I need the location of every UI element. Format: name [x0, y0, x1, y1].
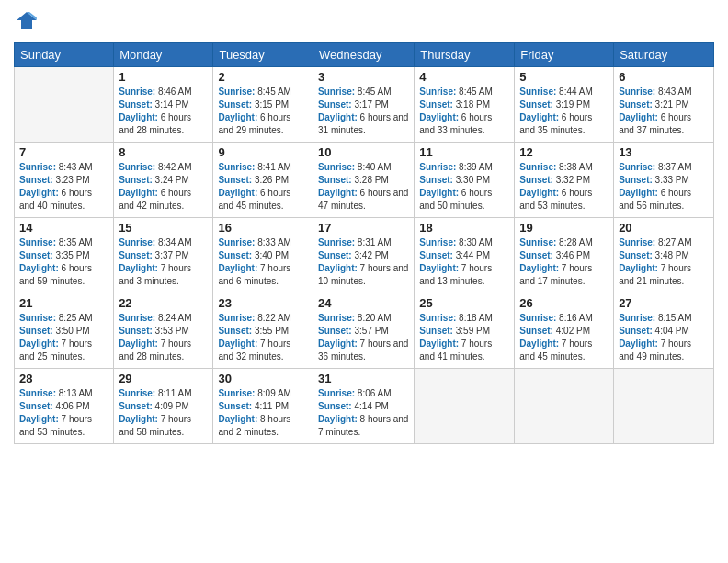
day-info: Sunrise: 8:13 AMSunset: 4:06 PMDaylight:… — [19, 387, 108, 439]
calendar-cell: 27Sunrise: 8:15 AMSunset: 4:04 PMDayligh… — [614, 293, 714, 369]
day-number: 22 — [119, 296, 208, 310]
calendar-cell: 6Sunrise: 8:43 AMSunset: 3:21 PMDaylight… — [614, 67, 714, 143]
day-info: Sunrise: 8:45 AMSunset: 3:18 PMDaylight:… — [419, 86, 509, 137]
column-header-sunday: Sunday — [15, 43, 114, 67]
week-row-3: 14Sunrise: 8:35 AMSunset: 3:35 PMDayligh… — [15, 218, 714, 293]
week-row-4: 21Sunrise: 8:25 AMSunset: 3:50 PMDayligh… — [15, 293, 714, 369]
column-header-friday: Friday — [515, 43, 614, 67]
calendar-cell: 5Sunrise: 8:44 AMSunset: 3:19 PMDaylight… — [515, 67, 614, 143]
week-row-5: 28Sunrise: 8:13 AMSunset: 4:06 PMDayligh… — [15, 369, 714, 444]
column-header-wednesday: Wednesday — [313, 43, 415, 67]
day-number: 13 — [619, 145, 709, 159]
calendar-cell: 15Sunrise: 8:34 AMSunset: 3:37 PMDayligh… — [114, 218, 213, 293]
day-number: 5 — [519, 70, 609, 84]
day-info: Sunrise: 8:34 AMSunset: 3:37 PMDaylight:… — [119, 236, 208, 288]
day-info: Sunrise: 8:24 AMSunset: 3:53 PMDaylight:… — [119, 312, 208, 363]
calendar-cell: 26Sunrise: 8:16 AMSunset: 4:02 PMDayligh… — [515, 293, 614, 369]
day-number: 24 — [318, 296, 409, 310]
week-row-2: 7Sunrise: 8:43 AMSunset: 3:23 PMDaylight… — [15, 143, 714, 218]
calendar-cell: 21Sunrise: 8:25 AMSunset: 3:50 PMDayligh… — [15, 293, 114, 369]
logo — [14, 9, 38, 35]
column-header-monday: Monday — [114, 43, 213, 67]
day-number: 20 — [619, 221, 709, 235]
day-number: 29 — [119, 372, 208, 385]
day-number: 9 — [218, 145, 308, 159]
calendar-cell: 10Sunrise: 8:40 AMSunset: 3:28 PMDayligh… — [313, 143, 415, 218]
calendar-cell: 7Sunrise: 8:43 AMSunset: 3:23 PMDaylight… — [15, 143, 114, 218]
day-number: 11 — [419, 145, 509, 159]
day-info: Sunrise: 8:30 AMSunset: 3:44 PMDaylight:… — [419, 236, 509, 288]
day-number: 16 — [218, 221, 308, 235]
calendar-cell: 19Sunrise: 8:28 AMSunset: 3:46 PMDayligh… — [515, 218, 614, 293]
calendar-cell: 4Sunrise: 8:45 AMSunset: 3:18 PMDaylight… — [415, 67, 515, 143]
calendar-cell: 22Sunrise: 8:24 AMSunset: 3:53 PMDayligh… — [114, 293, 213, 369]
day-number: 21 — [19, 296, 108, 310]
day-info: Sunrise: 8:43 AMSunset: 3:23 PMDaylight:… — [19, 161, 108, 213]
calendar-cell — [515, 369, 614, 444]
day-number: 1 — [119, 70, 208, 84]
day-info: Sunrise: 8:06 AMSunset: 4:14 PMDaylight:… — [318, 387, 409, 439]
day-number: 4 — [419, 70, 509, 84]
calendar-cell: 31Sunrise: 8:06 AMSunset: 4:14 PMDayligh… — [313, 369, 415, 444]
calendar-cell: 14Sunrise: 8:35 AMSunset: 3:35 PMDayligh… — [15, 218, 114, 293]
calendar-cell: 12Sunrise: 8:38 AMSunset: 3:32 PMDayligh… — [515, 143, 614, 218]
day-number: 18 — [419, 221, 509, 235]
day-info: Sunrise: 8:45 AMSunset: 3:17 PMDaylight:… — [318, 86, 409, 137]
calendar-cell: 2Sunrise: 8:45 AMSunset: 3:15 PMDaylight… — [213, 67, 313, 143]
calendar-header-row: SundayMondayTuesdayWednesdayThursdayFrid… — [15, 43, 714, 67]
calendar-cell: 1Sunrise: 8:46 AMSunset: 3:14 PMDaylight… — [114, 67, 213, 143]
day-info: Sunrise: 8:42 AMSunset: 3:24 PMDaylight:… — [119, 161, 208, 213]
day-info: Sunrise: 8:41 AMSunset: 3:26 PMDaylight:… — [218, 161, 308, 213]
day-number: 27 — [619, 296, 709, 310]
day-info: Sunrise: 8:38 AMSunset: 3:32 PMDaylight:… — [519, 161, 609, 213]
day-number: 6 — [619, 70, 709, 84]
column-header-tuesday: Tuesday — [213, 43, 313, 67]
day-info: Sunrise: 8:35 AMSunset: 3:35 PMDaylight:… — [19, 236, 108, 288]
calendar-cell — [15, 67, 114, 143]
calendar-table: SundayMondayTuesdayWednesdayThursdayFrid… — [14, 42, 714, 444]
day-info: Sunrise: 8:46 AMSunset: 3:14 PMDaylight:… — [119, 86, 208, 137]
day-number: 12 — [519, 145, 609, 159]
column-header-saturday: Saturday — [614, 43, 714, 67]
day-number: 14 — [19, 221, 108, 235]
header — [14, 9, 714, 35]
day-info: Sunrise: 8:40 AMSunset: 3:28 PMDaylight:… — [318, 161, 409, 213]
calendar-cell: 23Sunrise: 8:22 AMSunset: 3:55 PMDayligh… — [213, 293, 313, 369]
calendar-cell: 3Sunrise: 8:45 AMSunset: 3:17 PMDaylight… — [313, 67, 415, 143]
day-number: 15 — [119, 221, 208, 235]
svg-marker-0 — [17, 12, 37, 29]
day-info: Sunrise: 8:27 AMSunset: 3:48 PMDaylight:… — [619, 236, 709, 288]
day-number: 7 — [19, 145, 108, 159]
day-info: Sunrise: 8:09 AMSunset: 4:11 PMDaylight:… — [218, 387, 308, 439]
day-number: 23 — [218, 296, 308, 310]
week-row-1: 1Sunrise: 8:46 AMSunset: 3:14 PMDaylight… — [15, 67, 714, 143]
calendar-cell: 13Sunrise: 8:37 AMSunset: 3:33 PMDayligh… — [614, 143, 714, 218]
day-info: Sunrise: 8:20 AMSunset: 3:57 PMDaylight:… — [318, 312, 409, 363]
day-info: Sunrise: 8:39 AMSunset: 3:30 PMDaylight:… — [419, 161, 509, 213]
calendar-cell: 9Sunrise: 8:41 AMSunset: 3:26 PMDaylight… — [213, 143, 313, 218]
day-info: Sunrise: 8:25 AMSunset: 3:50 PMDaylight:… — [19, 312, 108, 363]
calendar-cell — [415, 369, 515, 444]
day-number: 25 — [419, 296, 509, 310]
day-info: Sunrise: 8:15 AMSunset: 4:04 PMDaylight:… — [619, 312, 709, 363]
day-number: 2 — [218, 70, 308, 84]
day-info: Sunrise: 8:33 AMSunset: 3:40 PMDaylight:… — [218, 236, 308, 288]
day-info: Sunrise: 8:22 AMSunset: 3:55 PMDaylight:… — [218, 312, 308, 363]
day-number: 8 — [119, 145, 208, 159]
day-info: Sunrise: 8:45 AMSunset: 3:15 PMDaylight:… — [218, 86, 308, 137]
day-info: Sunrise: 8:16 AMSunset: 4:02 PMDaylight:… — [519, 312, 609, 363]
day-info: Sunrise: 8:11 AMSunset: 4:09 PMDaylight:… — [119, 387, 208, 439]
day-number: 10 — [318, 145, 409, 159]
day-number: 28 — [19, 372, 108, 385]
calendar-cell: 25Sunrise: 8:18 AMSunset: 3:59 PMDayligh… — [415, 293, 515, 369]
calendar-cell: 29Sunrise: 8:11 AMSunset: 4:09 PMDayligh… — [114, 369, 213, 444]
calendar-cell: 16Sunrise: 8:33 AMSunset: 3:40 PMDayligh… — [213, 218, 313, 293]
day-info: Sunrise: 8:43 AMSunset: 3:21 PMDaylight:… — [619, 86, 709, 137]
day-number: 30 — [218, 372, 308, 385]
calendar-cell: 8Sunrise: 8:42 AMSunset: 3:24 PMDaylight… — [114, 143, 213, 218]
day-info: Sunrise: 8:44 AMSunset: 3:19 PMDaylight:… — [519, 86, 609, 137]
calendar-cell: 24Sunrise: 8:20 AMSunset: 3:57 PMDayligh… — [313, 293, 415, 369]
calendar-cell: 17Sunrise: 8:31 AMSunset: 3:42 PMDayligh… — [313, 218, 415, 293]
column-header-thursday: Thursday — [415, 43, 515, 67]
day-info: Sunrise: 8:31 AMSunset: 3:42 PMDaylight:… — [318, 236, 409, 288]
